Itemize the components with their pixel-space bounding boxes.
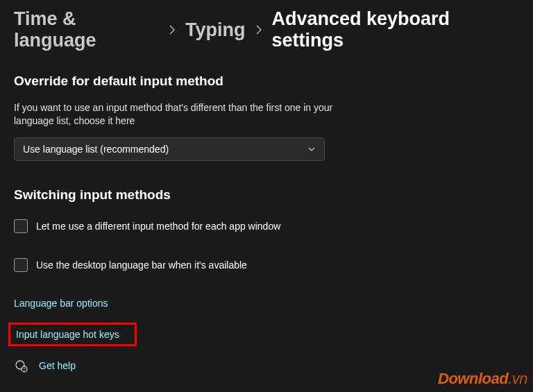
override-section-title: Override for default input method — [14, 74, 519, 89]
input-method-dropdown-label: Use language list (recommended) — [23, 144, 169, 155]
breadcrumb-time-language[interactable]: Time & language — [14, 8, 159, 51]
input-method-dropdown[interactable]: Use language list (recommended) — [14, 137, 325, 161]
svg-point-1 — [22, 366, 27, 372]
override-section-subtitle: If you want to use an input method that'… — [14, 101, 333, 128]
help-icon — [14, 359, 28, 373]
chevron-right-icon — [169, 23, 176, 37]
per-app-input-checkbox-row[interactable]: Let me use a different input method for … — [14, 219, 519, 233]
watermark-tld: .vn — [508, 370, 527, 387]
get-help-link[interactable]: Get help — [14, 359, 76, 373]
desktop-langbar-checkbox-row[interactable]: Use the desktop language bar when it's a… — [14, 258, 519, 272]
input-language-hotkeys-link[interactable]: Input language hot keys — [8, 323, 137, 346]
language-bar-options-link[interactable]: Language bar options — [14, 298, 108, 309]
per-app-input-checkbox[interactable] — [14, 219, 28, 233]
breadcrumb-current: Advanced keyboard settings — [272, 8, 519, 51]
chevron-down-icon — [307, 145, 316, 153]
switching-section-title: Switching input methods — [14, 187, 519, 203]
get-help-label: Get help — [39, 360, 76, 371]
desktop-langbar-checkbox[interactable] — [14, 258, 28, 272]
breadcrumb-typing[interactable]: Typing — [185, 19, 245, 41]
per-app-input-checkbox-label: Let me use a different input method for … — [36, 221, 280, 232]
chevron-right-icon — [255, 23, 262, 37]
watermark-brand: Download — [438, 370, 508, 387]
svg-point-2 — [24, 370, 24, 370]
breadcrumb: Time & language Typing Advanced keyboard… — [14, 8, 519, 51]
watermark: Download.vn — [438, 370, 527, 388]
desktop-langbar-checkbox-label: Use the desktop language bar when it's a… — [36, 259, 247, 271]
